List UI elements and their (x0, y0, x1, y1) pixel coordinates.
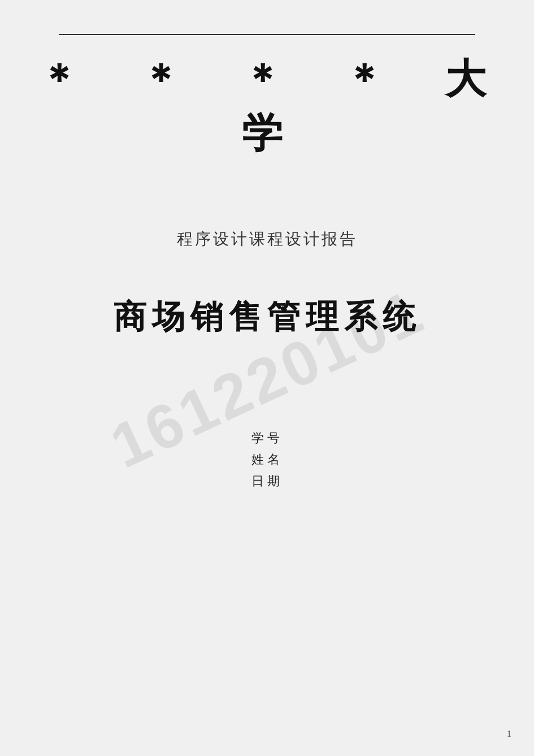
top-divider (59, 34, 475, 35)
student-id-label: 学号 (251, 430, 283, 447)
info-section: 学号 姓名 日期 (251, 430, 283, 490)
date-label: 日期 (251, 473, 283, 490)
main-title: 商场销售管理系统 (114, 295, 421, 339)
university-title: ＊ ＊ ＊ ＊ 大 学 (0, 52, 534, 161)
document-page: 161220101 ＊ ＊ ＊ ＊ 大 学 程序设计课程设计报告 商场销售管理系… (0, 0, 534, 756)
name-label: 姓名 (251, 451, 283, 468)
report-subtitle: 程序设计课程设计报告 (177, 228, 358, 250)
page-number: 1 (507, 729, 511, 739)
